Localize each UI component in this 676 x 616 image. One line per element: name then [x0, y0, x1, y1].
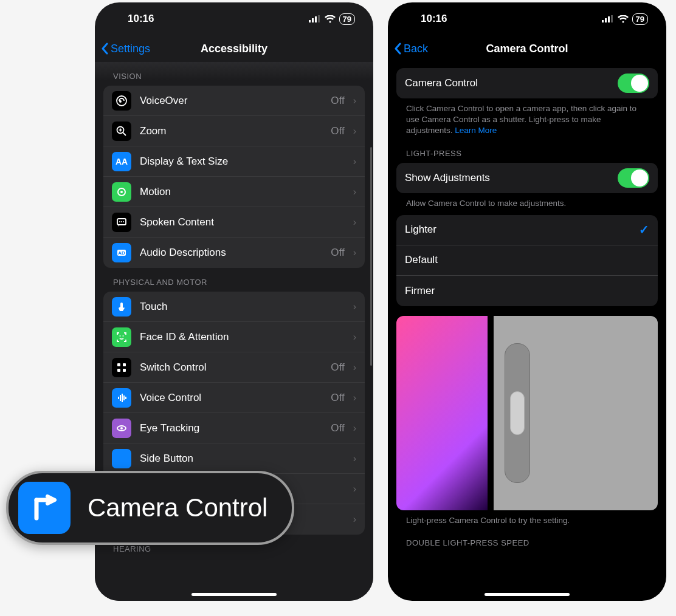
chevron-right-icon: ›: [353, 126, 356, 137]
svg-rect-28: [125, 397, 126, 399]
nav-bar: Back Camera Control: [388, 35, 666, 62]
status-time: 10:16: [421, 13, 447, 25]
callout-camera-control: Camera Control: [6, 471, 294, 545]
svg-rect-34: [608, 16, 610, 22]
svg-rect-25: [120, 395, 121, 401]
spoken-content-icon: [112, 213, 131, 232]
chevron-right-icon: ›: [353, 484, 356, 495]
row-eye-tracking[interactable]: Eye Tracking Off ›: [103, 413, 365, 443]
status-right: 79: [602, 13, 648, 25]
press-preview: [396, 316, 658, 510]
motion-icon: [112, 182, 131, 202]
camera-control-button-graphic: [505, 343, 530, 483]
row-label: Switch Control: [140, 361, 322, 374]
cellular-icon: [309, 15, 321, 22]
voiceover-icon: [112, 91, 131, 111]
content-scroll[interactable]: Camera Control Click Camera Control to o…: [388, 62, 666, 601]
group-show-adjustments: Show Adjustments: [396, 163, 658, 193]
preview-screen-pane: [396, 316, 488, 510]
scroll-indicator[interactable]: [370, 147, 372, 366]
camera-control-icon: [18, 482, 71, 534]
switch-control-icon: [112, 358, 131, 377]
group-camera-control: Camera Control: [396, 68, 658, 98]
chevron-right-icon: ›: [353, 301, 356, 312]
svg-rect-21: [123, 363, 126, 366]
row-label: Spoken Content: [140, 216, 345, 228]
touch-icon: [112, 297, 131, 317]
svg-rect-26: [122, 394, 123, 402]
nav-bar: Settings Accessibility: [95, 35, 373, 62]
row-camera-control-toggle[interactable]: Camera Control: [396, 68, 658, 98]
svg-rect-35: [611, 15, 613, 22]
back-button-settings[interactable]: Settings: [101, 43, 150, 55]
row-label: Firmer: [405, 285, 649, 297]
row-label: Motion: [140, 186, 345, 198]
svg-point-13: [119, 221, 120, 222]
chevron-right-icon: ›: [353, 514, 356, 525]
row-label: VoiceOver: [140, 95, 322, 107]
row-switch-control[interactable]: Switch Control Off ›: [103, 352, 365, 383]
status-time: 10:16: [128, 13, 154, 25]
battery-indicator: 79: [339, 13, 355, 25]
row-value: Off: [331, 125, 344, 137]
row-label: Touch: [140, 301, 345, 313]
chevron-left-icon: [101, 43, 108, 55]
status-bar: 10:16 79: [95, 2, 373, 35]
row-motion[interactable]: Motion ›: [103, 177, 365, 207]
show-adjustments-toggle[interactable]: [618, 168, 649, 188]
svg-point-14: [121, 221, 122, 222]
row-label: Zoom: [140, 125, 322, 137]
row-value: Off: [331, 361, 344, 374]
chevron-right-icon: ›: [353, 156, 356, 167]
row-spoken-content[interactable]: Spoken Content ›: [103, 207, 365, 238]
row-audio-descriptions[interactable]: AD Audio Descriptions Off ›: [103, 238, 365, 268]
svg-point-30: [120, 427, 123, 429]
chevron-right-icon: ›: [353, 453, 356, 464]
learn-more-link[interactable]: Learn More: [455, 126, 497, 135]
svg-rect-33: [605, 18, 607, 22]
audio-descriptions-icon: AD: [112, 243, 131, 262]
chevron-right-icon: ›: [353, 332, 356, 343]
row-label: Show Adjustments: [405, 172, 609, 184]
cellular-icon: [602, 15, 614, 22]
camera-control-toggle[interactable]: [618, 74, 649, 93]
row-label: Voice Control: [140, 392, 322, 404]
callout-label: Camera Control: [88, 493, 267, 522]
page-title: Camera Control: [388, 43, 666, 55]
svg-rect-3: [318, 15, 320, 22]
eye-tracking-icon: [112, 419, 131, 438]
svg-rect-1: [312, 18, 314, 22]
text-size-icon: AA: [112, 152, 131, 171]
row-voice-control[interactable]: Voice Control Off ›: [103, 383, 365, 413]
chevron-right-icon: ›: [353, 217, 356, 228]
row-label: Side Button: [140, 453, 345, 465]
svg-rect-0: [309, 20, 311, 22]
row-option-lighter[interactable]: Lighter ✓: [396, 215, 658, 245]
home-indicator[interactable]: [191, 593, 277, 596]
row-zoom[interactable]: Zoom Off ›: [103, 116, 365, 146]
section-header-physical: PHYSICAL AND MOTOR: [103, 268, 365, 292]
row-value: Off: [331, 422, 344, 434]
row-option-default[interactable]: Default: [396, 245, 658, 276]
group-vision: VoiceOver Off › Zoom Off › AA Display & …: [103, 86, 365, 268]
footer-text: Click Camera Control to open a camera ap…: [406, 104, 636, 135]
status-right: 79: [309, 13, 355, 25]
row-show-adjustments[interactable]: Show Adjustments: [396, 163, 658, 193]
svg-line-7: [123, 132, 126, 135]
home-indicator[interactable]: [485, 593, 570, 596]
zoom-icon: [112, 121, 131, 141]
row-label: Face ID & Attention: [140, 331, 345, 343]
row-option-firmer[interactable]: Firmer: [396, 276, 658, 306]
row-label: Audio Descriptions: [140, 247, 322, 259]
chevron-right-icon: ›: [353, 423, 356, 434]
row-touch[interactable]: Touch ›: [103, 292, 365, 322]
status-bar: 10:16 79: [388, 2, 666, 35]
row-side-button[interactable]: Side Button ›: [103, 443, 365, 474]
row-display-text-size[interactable]: AA Display & Text Size ›: [103, 146, 365, 177]
svg-text:AD: AD: [118, 250, 125, 256]
row-voiceover[interactable]: VoiceOver Off ›: [103, 86, 365, 116]
svg-point-15: [123, 221, 124, 222]
back-button[interactable]: Back: [394, 43, 428, 55]
row-faceid-attention[interactable]: Face ID & Attention ›: [103, 322, 365, 352]
svg-rect-24: [118, 397, 119, 399]
